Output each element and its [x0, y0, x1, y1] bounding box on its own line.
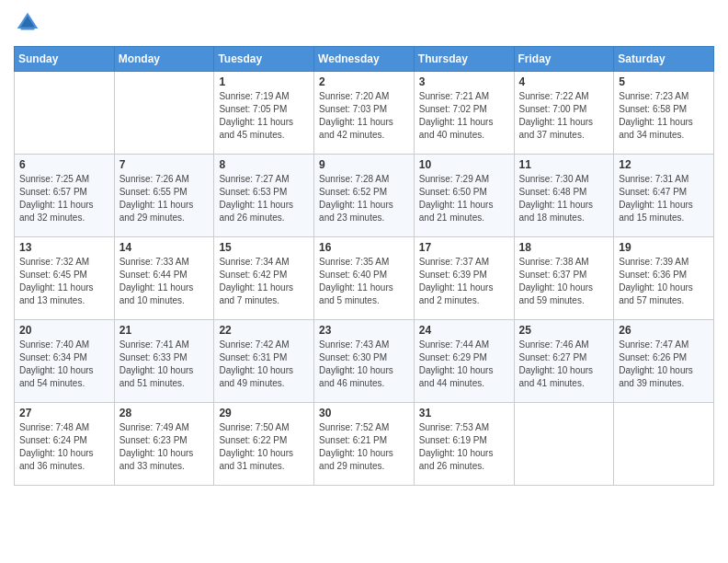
day-number: 16	[319, 241, 409, 254]
day-info: Sunrise: 7:25 AM Sunset: 6:57 PM Dayligh…	[19, 173, 109, 224]
day-info: Sunrise: 7:28 AM Sunset: 6:52 PM Dayligh…	[319, 173, 409, 224]
day-info: Sunrise: 7:35 AM Sunset: 6:40 PM Dayligh…	[319, 256, 409, 307]
day-number: 26	[619, 324, 709, 337]
header-cell-sunday: Sunday	[15, 47, 115, 72]
day-cell	[15, 72, 115, 155]
header-cell-saturday: Saturday	[614, 47, 714, 72]
day-cell: 5Sunrise: 7:23 AM Sunset: 6:58 PM Daylig…	[614, 72, 714, 155]
week-row-4: 27Sunrise: 7:48 AM Sunset: 6:24 PM Dayli…	[15, 403, 714, 486]
day-number: 4	[519, 75, 609, 88]
day-number: 7	[119, 158, 210, 171]
day-cell: 21Sunrise: 7:41 AM Sunset: 6:33 PM Dayli…	[114, 320, 214, 403]
header-cell-friday: Friday	[514, 47, 614, 72]
day-info: Sunrise: 7:48 AM Sunset: 6:24 PM Dayligh…	[19, 421, 109, 473]
day-info: Sunrise: 7:29 AM Sunset: 6:50 PM Dayligh…	[419, 173, 509, 224]
day-info: Sunrise: 7:22 AM Sunset: 7:00 PM Dayligh…	[519, 90, 609, 142]
day-info: Sunrise: 7:27 AM Sunset: 6:53 PM Dayligh…	[219, 173, 309, 224]
day-number: 22	[219, 324, 309, 337]
calendar-table: SundayMondayTuesdayWednesdayThursdayFrid…	[14, 46, 714, 486]
day-number: 1	[219, 75, 309, 88]
logo-icon	[14, 9, 41, 37]
day-number: 14	[119, 241, 210, 254]
day-cell: 28Sunrise: 7:49 AM Sunset: 6:23 PM Dayli…	[114, 403, 214, 486]
day-number: 8	[219, 158, 309, 171]
day-cell: 23Sunrise: 7:43 AM Sunset: 6:30 PM Dayli…	[314, 320, 415, 403]
day-info: Sunrise: 7:49 AM Sunset: 6:23 PM Dayligh…	[119, 421, 210, 473]
header	[14, 9, 714, 37]
header-cell-thursday: Thursday	[414, 47, 514, 72]
day-info: Sunrise: 7:26 AM Sunset: 6:55 PM Dayligh…	[119, 173, 210, 224]
day-cell	[614, 403, 714, 486]
day-number: 9	[319, 158, 409, 171]
day-info: Sunrise: 7:43 AM Sunset: 6:30 PM Dayligh…	[319, 339, 409, 390]
day-info: Sunrise: 7:19 AM Sunset: 7:05 PM Dayligh…	[219, 90, 309, 142]
day-cell: 10Sunrise: 7:29 AM Sunset: 6:50 PM Dayli…	[414, 155, 514, 237]
day-number: 6	[19, 158, 109, 171]
day-cell: 3Sunrise: 7:21 AM Sunset: 7:02 PM Daylig…	[414, 72, 514, 155]
day-info: Sunrise: 7:40 AM Sunset: 6:34 PM Dayligh…	[19, 339, 109, 390]
day-cell: 24Sunrise: 7:44 AM Sunset: 6:29 PM Dayli…	[414, 320, 514, 403]
day-cell: 26Sunrise: 7:47 AM Sunset: 6:26 PM Dayli…	[614, 320, 714, 403]
day-cell: 1Sunrise: 7:19 AM Sunset: 7:05 PM Daylig…	[214, 72, 314, 155]
header-cell-monday: Monday	[114, 47, 214, 72]
day-number: 19	[619, 241, 709, 254]
day-info: Sunrise: 7:44 AM Sunset: 6:29 PM Dayligh…	[419, 339, 509, 390]
day-number: 23	[319, 324, 409, 337]
day-number: 10	[419, 158, 509, 171]
calendar-header: SundayMondayTuesdayWednesdayThursdayFrid…	[15, 47, 714, 72]
day-info: Sunrise: 7:20 AM Sunset: 7:03 PM Dayligh…	[319, 90, 409, 142]
day-cell: 2Sunrise: 7:20 AM Sunset: 7:03 PM Daylig…	[314, 72, 415, 155]
day-number: 20	[19, 324, 109, 337]
day-number: 2	[319, 75, 409, 88]
day-info: Sunrise: 7:50 AM Sunset: 6:22 PM Dayligh…	[219, 421, 309, 473]
day-number: 21	[119, 324, 210, 337]
week-row-1: 6Sunrise: 7:25 AM Sunset: 6:57 PM Daylig…	[15, 155, 714, 237]
day-cell: 11Sunrise: 7:30 AM Sunset: 6:48 PM Dayli…	[514, 155, 614, 237]
day-info: Sunrise: 7:37 AM Sunset: 6:39 PM Dayligh…	[419, 256, 509, 307]
day-number: 29	[219, 407, 309, 419]
svg-rect-2	[21, 28, 35, 29]
day-cell: 7Sunrise: 7:26 AM Sunset: 6:55 PM Daylig…	[114, 155, 214, 237]
day-cell: 14Sunrise: 7:33 AM Sunset: 6:44 PM Dayli…	[114, 237, 214, 320]
day-cell	[514, 403, 614, 486]
calendar-body: 1Sunrise: 7:19 AM Sunset: 7:05 PM Daylig…	[15, 72, 714, 486]
day-cell: 12Sunrise: 7:31 AM Sunset: 6:47 PM Dayli…	[614, 155, 714, 237]
day-number: 17	[419, 241, 509, 254]
header-cell-tuesday: Tuesday	[214, 47, 314, 72]
day-info: Sunrise: 7:42 AM Sunset: 6:31 PM Dayligh…	[219, 339, 309, 390]
day-info: Sunrise: 7:38 AM Sunset: 6:37 PM Dayligh…	[519, 256, 609, 307]
day-info: Sunrise: 7:53 AM Sunset: 6:19 PM Dayligh…	[419, 421, 509, 473]
day-cell: 19Sunrise: 7:39 AM Sunset: 6:36 PM Dayli…	[614, 237, 714, 320]
week-row-3: 20Sunrise: 7:40 AM Sunset: 6:34 PM Dayli…	[15, 320, 714, 403]
day-number: 13	[19, 241, 109, 254]
day-info: Sunrise: 7:46 AM Sunset: 6:27 PM Dayligh…	[519, 339, 609, 390]
day-number: 11	[519, 158, 609, 171]
day-cell: 31Sunrise: 7:53 AM Sunset: 6:19 PM Dayli…	[414, 403, 514, 486]
day-number: 24	[419, 324, 509, 337]
day-cell: 13Sunrise: 7:32 AM Sunset: 6:45 PM Dayli…	[15, 237, 115, 320]
day-info: Sunrise: 7:41 AM Sunset: 6:33 PM Dayligh…	[119, 339, 210, 390]
day-cell: 25Sunrise: 7:46 AM Sunset: 6:27 PM Dayli…	[514, 320, 614, 403]
day-cell: 9Sunrise: 7:28 AM Sunset: 6:52 PM Daylig…	[314, 155, 415, 237]
day-number: 15	[219, 241, 309, 254]
day-cell: 4Sunrise: 7:22 AM Sunset: 7:00 PM Daylig…	[514, 72, 614, 155]
week-row-0: 1Sunrise: 7:19 AM Sunset: 7:05 PM Daylig…	[15, 72, 714, 155]
day-number: 25	[519, 324, 609, 337]
header-cell-wednesday: Wednesday	[314, 47, 415, 72]
day-cell: 27Sunrise: 7:48 AM Sunset: 6:24 PM Dayli…	[15, 403, 115, 486]
day-number: 31	[419, 407, 509, 419]
day-cell: 18Sunrise: 7:38 AM Sunset: 6:37 PM Dayli…	[514, 237, 614, 320]
day-info: Sunrise: 7:33 AM Sunset: 6:44 PM Dayligh…	[119, 256, 210, 307]
day-number: 28	[119, 407, 210, 419]
day-info: Sunrise: 7:21 AM Sunset: 7:02 PM Dayligh…	[419, 90, 509, 142]
day-cell: 30Sunrise: 7:52 AM Sunset: 6:21 PM Dayli…	[314, 403, 415, 486]
day-number: 27	[19, 407, 109, 419]
day-cell: 20Sunrise: 7:40 AM Sunset: 6:34 PM Dayli…	[15, 320, 115, 403]
day-cell: 15Sunrise: 7:34 AM Sunset: 6:42 PM Dayli…	[214, 237, 314, 320]
day-info: Sunrise: 7:31 AM Sunset: 6:47 PM Dayligh…	[619, 173, 709, 224]
page: SundayMondayTuesdayWednesdayThursdayFrid…	[0, 0, 728, 500]
day-number: 18	[519, 241, 609, 254]
day-number: 5	[619, 75, 709, 88]
day-cell: 29Sunrise: 7:50 AM Sunset: 6:22 PM Dayli…	[214, 403, 314, 486]
day-info: Sunrise: 7:32 AM Sunset: 6:45 PM Dayligh…	[19, 256, 109, 307]
